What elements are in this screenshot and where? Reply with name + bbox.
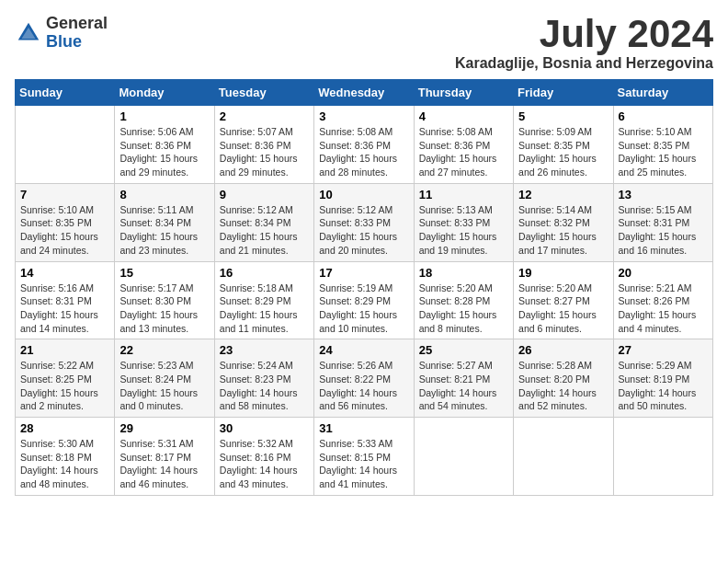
calendar-cell: 3Sunrise: 5:08 AMSunset: 8:36 PMDaylight… [314,106,414,184]
day-info: Sunrise: 5:15 AMSunset: 8:31 PMDaylight:… [619,203,708,258]
calendar-week-row: 28Sunrise: 5:30 AMSunset: 8:18 PMDayligh… [16,418,713,496]
calendar-cell: 25Sunrise: 5:27 AMSunset: 8:21 PMDayligh… [414,339,513,418]
calendar-cell: 29Sunrise: 5:31 AMSunset: 8:17 PMDayligh… [115,418,214,496]
calendar-header: SundayMondayTuesdayWednesdayThursdayFrid… [16,80,713,106]
calendar-cell [16,106,115,184]
day-info: Sunrise: 5:29 AMSunset: 8:19 PMDaylight:… [619,359,708,413]
day-number: 2 [220,109,309,123]
day-info: Sunrise: 5:19 AMSunset: 8:29 PMDaylight:… [319,282,408,336]
logo-blue: Blue [46,33,108,52]
day-info: Sunrise: 5:06 AMSunset: 8:36 PMDaylight:… [119,125,209,179]
day-number: 20 [619,266,708,280]
header-row: SundayMondayTuesdayWednesdayThursdayFrid… [16,80,713,106]
day-info: Sunrise: 5:20 AMSunset: 8:28 PMDaylight:… [419,282,508,336]
day-info: Sunrise: 5:10 AMSunset: 8:35 PMDaylight:… [20,203,109,258]
day-number: 30 [220,421,309,435]
day-number: 26 [518,343,608,357]
day-number: 10 [319,188,408,201]
title-block: July 2024 Karadaglije, Bosnia and Herzeg… [455,15,713,72]
day-info: Sunrise: 5:26 AMSunset: 8:22 PMDaylight:… [319,359,408,413]
weekday-header: Thursday [414,80,513,106]
calendar-body: 1Sunrise: 5:06 AMSunset: 8:36 PMDaylight… [16,106,713,496]
calendar-cell: 22Sunrise: 5:23 AMSunset: 8:24 PMDayligh… [115,339,214,418]
day-info: Sunrise: 5:07 AMSunset: 8:36 PMDaylight:… [220,125,309,179]
calendar-cell: 17Sunrise: 5:19 AMSunset: 8:29 PMDayligh… [314,261,414,339]
calendar-cell: 2Sunrise: 5:07 AMSunset: 8:36 PMDaylight… [214,106,313,184]
calendar-cell: 24Sunrise: 5:26 AMSunset: 8:22 PMDayligh… [314,339,414,418]
day-info: Sunrise: 5:30 AMSunset: 8:18 PMDaylight:… [20,437,109,491]
page-header: General Blue July 2024 Karadaglije, Bosn… [15,15,713,72]
calendar-cell: 28Sunrise: 5:30 AMSunset: 8:18 PMDayligh… [16,418,115,496]
day-number: 8 [119,188,209,201]
calendar-cell: 1Sunrise: 5:06 AMSunset: 8:36 PMDaylight… [115,106,214,184]
calendar-week-row: 14Sunrise: 5:16 AMSunset: 8:31 PMDayligh… [16,261,713,339]
day-info: Sunrise: 5:14 AMSunset: 8:32 PMDaylight:… [518,203,608,258]
day-number: 15 [119,266,209,280]
calendar-cell [514,418,613,496]
day-info: Sunrise: 5:08 AMSunset: 8:36 PMDaylight:… [319,125,408,179]
calendar-cell: 13Sunrise: 5:15 AMSunset: 8:31 PMDayligh… [613,183,712,261]
month-title: July 2024 [455,15,713,53]
day-number: 19 [518,266,608,280]
calendar-cell: 19Sunrise: 5:20 AMSunset: 8:27 PMDayligh… [514,261,613,339]
day-info: Sunrise: 5:12 AMSunset: 8:33 PMDaylight:… [319,203,408,258]
calendar-cell: 16Sunrise: 5:18 AMSunset: 8:29 PMDayligh… [214,261,313,339]
calendar-cell: 23Sunrise: 5:24 AMSunset: 8:23 PMDayligh… [214,339,313,418]
calendar-cell: 10Sunrise: 5:12 AMSunset: 8:33 PMDayligh… [314,183,414,261]
day-number: 11 [419,188,508,201]
day-number: 5 [518,109,608,123]
day-info: Sunrise: 5:12 AMSunset: 8:34 PMDaylight:… [220,203,309,258]
weekday-header: Sunday [16,80,115,106]
day-number: 24 [319,343,408,357]
calendar-cell [613,418,712,496]
logo-text: General Blue [46,15,108,52]
calendar-cell: 18Sunrise: 5:20 AMSunset: 8:28 PMDayligh… [414,261,513,339]
day-number: 3 [319,109,408,123]
day-number: 18 [419,266,508,280]
day-number: 16 [220,266,309,280]
weekday-header: Friday [514,80,613,106]
day-info: Sunrise: 5:11 AMSunset: 8:34 PMDaylight:… [119,203,209,258]
day-info: Sunrise: 5:27 AMSunset: 8:21 PMDaylight:… [419,359,508,413]
day-number: 21 [20,343,109,357]
day-number: 4 [419,109,508,123]
day-info: Sunrise: 5:09 AMSunset: 8:35 PMDaylight:… [518,125,608,179]
calendar-cell: 21Sunrise: 5:22 AMSunset: 8:25 PMDayligh… [16,339,115,418]
day-number: 17 [319,266,408,280]
weekday-header: Tuesday [214,80,313,106]
calendar-cell: 30Sunrise: 5:32 AMSunset: 8:16 PMDayligh… [214,418,313,496]
calendar-cell: 11Sunrise: 5:13 AMSunset: 8:33 PMDayligh… [414,183,513,261]
calendar-cell: 31Sunrise: 5:33 AMSunset: 8:15 PMDayligh… [314,418,414,496]
day-number: 13 [619,188,708,201]
calendar-cell: 9Sunrise: 5:12 AMSunset: 8:34 PMDaylight… [214,183,313,261]
day-info: Sunrise: 5:08 AMSunset: 8:36 PMDaylight:… [419,125,508,179]
day-number: 14 [20,266,109,280]
day-info: Sunrise: 5:13 AMSunset: 8:33 PMDaylight:… [419,203,508,258]
day-info: Sunrise: 5:24 AMSunset: 8:23 PMDaylight:… [220,359,309,413]
weekday-header: Saturday [613,80,712,106]
calendar-table: SundayMondayTuesdayWednesdayThursdayFrid… [15,79,713,496]
calendar-cell: 14Sunrise: 5:16 AMSunset: 8:31 PMDayligh… [16,261,115,339]
day-number: 27 [619,343,708,357]
day-info: Sunrise: 5:28 AMSunset: 8:20 PMDaylight:… [518,359,608,413]
calendar-cell: 4Sunrise: 5:08 AMSunset: 8:36 PMDaylight… [414,106,513,184]
day-number: 25 [419,343,508,357]
day-info: Sunrise: 5:16 AMSunset: 8:31 PMDaylight:… [20,282,109,336]
day-info: Sunrise: 5:23 AMSunset: 8:24 PMDaylight:… [119,359,209,413]
day-number: 9 [220,188,309,201]
day-number: 29 [119,421,209,435]
location-title: Karadaglije, Bosnia and Herzegovina [455,55,713,72]
calendar-cell: 7Sunrise: 5:10 AMSunset: 8:35 PMDaylight… [16,183,115,261]
day-info: Sunrise: 5:18 AMSunset: 8:29 PMDaylight:… [220,282,309,336]
day-number: 7 [20,188,109,201]
calendar-week-row: 1Sunrise: 5:06 AMSunset: 8:36 PMDaylight… [16,106,713,184]
day-number: 23 [220,343,309,357]
day-number: 28 [20,421,109,435]
day-info: Sunrise: 5:22 AMSunset: 8:25 PMDaylight:… [20,359,109,413]
logo-icon [15,19,42,47]
weekday-header: Wednesday [314,80,414,106]
day-info: Sunrise: 5:31 AMSunset: 8:17 PMDaylight:… [119,437,209,491]
weekday-header: Monday [115,80,214,106]
calendar-cell: 12Sunrise: 5:14 AMSunset: 8:32 PMDayligh… [514,183,613,261]
calendar-cell: 5Sunrise: 5:09 AMSunset: 8:35 PMDaylight… [514,106,613,184]
